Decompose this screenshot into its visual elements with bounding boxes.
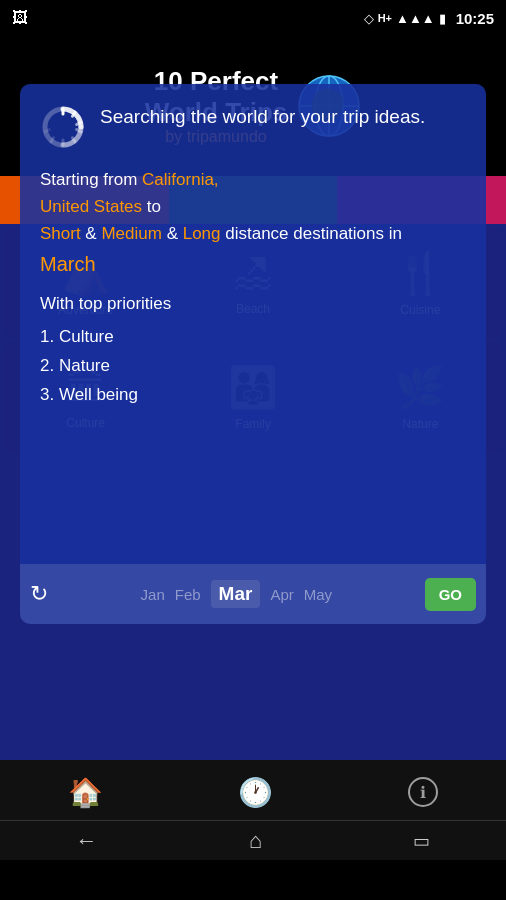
- distance-short: Short: [40, 224, 81, 243]
- and2: &: [162, 224, 183, 243]
- priority-2: 2. Nature: [40, 352, 466, 381]
- battery-icon: ▮: [439, 11, 446, 26]
- priority-3-num: 3.: [40, 385, 54, 404]
- overlay-modal: Searching the world for your trip ideas.…: [20, 84, 486, 624]
- loading-spinner: [40, 104, 86, 150]
- month-jan[interactable]: Jan: [141, 586, 165, 603]
- nav-history[interactable]: 🕐: [222, 770, 289, 815]
- month-may[interactable]: May: [304, 586, 332, 603]
- distance-medium: Medium: [101, 224, 161, 243]
- priorities-section: With top priorities 1. Culture 2. Nature…: [40, 290, 466, 410]
- android-nav: ← ⌂ ▭: [0, 820, 506, 860]
- month-apr[interactable]: Apr: [270, 586, 293, 603]
- status-time: 10:25: [456, 10, 494, 27]
- priority-3: 3. Well being: [40, 381, 466, 410]
- starting-from-label: Starting from: [40, 170, 142, 189]
- month-list: Jan Feb Mar Apr May: [141, 580, 333, 608]
- back-button[interactable]: ←: [76, 828, 98, 854]
- bottom-nav: 🏠 🕐 ℹ ← ⌂ ▭: [0, 760, 506, 860]
- priorities-header: With top priorities: [40, 290, 466, 317]
- status-bar: 🖼 ◇ H+ ▲▲▲ ▮ 10:25: [0, 0, 506, 36]
- to-label: to: [142, 197, 161, 216]
- priority-2-label: Nature: [59, 356, 110, 375]
- month-feb[interactable]: Feb: [175, 586, 201, 603]
- home-icon: 🏠: [68, 776, 103, 809]
- distance-long: Long: [183, 224, 221, 243]
- status-icons: ◇ H+ ▲▲▲ ▮: [364, 11, 446, 26]
- nav-home[interactable]: 🏠: [52, 770, 119, 815]
- app-container: 10 Perfect World Trips by tripamundo: [0, 36, 506, 760]
- result-text: Starting from California,United States t…: [40, 166, 466, 280]
- home-button[interactable]: ⌂: [249, 828, 262, 854]
- sim-icon: ◇: [364, 11, 374, 26]
- and1: &: [81, 224, 102, 243]
- distance-suffix: distance destinations in: [221, 224, 402, 243]
- priority-1: 1. Culture: [40, 323, 466, 352]
- search-text: Searching the world for your trip ideas.: [100, 104, 466, 131]
- priority-1-label: Culture: [59, 327, 114, 346]
- month-selector: ↻ Jan Feb Mar Apr May GO: [20, 564, 486, 624]
- priority-2-num: 2.: [40, 356, 54, 375]
- recents-button[interactable]: ▭: [413, 830, 430, 852]
- info-icon: ℹ: [408, 777, 438, 807]
- spinner-container: Searching the world for your trip ideas.: [40, 104, 466, 150]
- network-icon: H+: [378, 12, 392, 24]
- priority-3-label: Well being: [59, 385, 138, 404]
- priority-1-num: 1.: [40, 327, 54, 346]
- refresh-button[interactable]: ↻: [30, 581, 48, 607]
- go-button[interactable]: GO: [425, 578, 476, 611]
- nav-buttons: 🏠 🕐 ℹ: [0, 760, 506, 820]
- month-text: March: [40, 253, 96, 275]
- signal-bars: ▲▲▲: [396, 11, 435, 26]
- picture-icon: 🖼: [12, 9, 28, 27]
- month-mar[interactable]: Mar: [211, 580, 261, 608]
- nav-info[interactable]: ℹ: [392, 771, 454, 813]
- priorities-list: 1. Culture 2. Nature 3. Well being: [40, 323, 466, 410]
- history-icon: 🕐: [238, 776, 273, 809]
